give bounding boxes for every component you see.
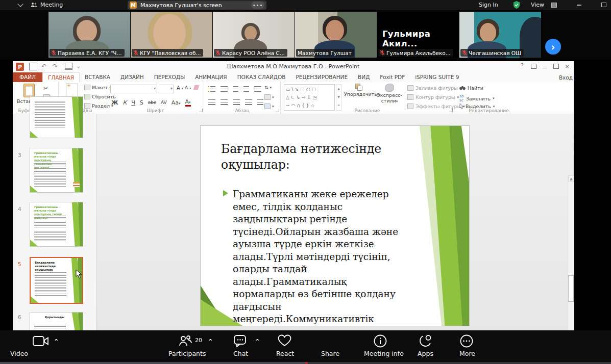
- scroll-up-icon[interactable]: ▲: [568, 175, 574, 182]
- video-thumbnail[interactable]: Челгашинская ОШ: [459, 12, 541, 58]
- chat-options-chevron[interactable]: ^: [255, 339, 259, 343]
- apps-icon[interactable]: [418, 334, 432, 348]
- close-window-icon[interactable]: ×: [563, 63, 572, 70]
- slide-thumbnail-3[interactable]: Грамматиканы мағына тілде оқытудың теори…: [30, 148, 83, 193]
- clear-formatting-button[interactable]: [194, 85, 199, 90]
- align-text-button[interactable]: [264, 94, 274, 100]
- shapes-gallery-scroll[interactable]: ▲▼≡: [336, 84, 341, 111]
- video-thumbnail[interactable]: Гульмира Акил... Гульмира Акильбеко...: [377, 12, 459, 58]
- participants-icon[interactable]: [179, 335, 192, 347]
- text-direction-button[interactable]: [264, 85, 272, 90]
- meeting-tab[interactable]: Meeting: [31, 2, 63, 8]
- slide-canvas[interactable]: Бағдарлама нәтижесінде оқушылар: Граммат…: [200, 125, 470, 326]
- slide-thumbnail-6[interactable]: Қорытынды: [30, 312, 83, 331]
- video-thumbnail[interactable]: КГУ "Павловская об...: [131, 12, 212, 58]
- bold-button[interactable]: Ж: [111, 99, 118, 106]
- share-button-label[interactable]: Share: [321, 350, 339, 357]
- slide-thumbnail-2[interactable]: [30, 96, 83, 138]
- meeting-info-button[interactable]: Meeting info: [364, 350, 404, 357]
- meeting-info-icon[interactable]: [374, 334, 387, 348]
- slide-number: 3: [18, 152, 21, 158]
- video-thumbnail-active-speaker[interactable]: Махмутова Гулшат: [295, 12, 377, 58]
- numbering-icon[interactable]: [221, 86, 228, 92]
- shape-outline-button[interactable]: Контур фигуры: [407, 94, 459, 100]
- more-button[interactable]: More: [459, 350, 475, 357]
- tab-foxit-pdf[interactable]: Foxit PDF: [375, 72, 410, 82]
- find-button[interactable]: Найти: [459, 85, 483, 91]
- chevron-down-icon[interactable]: [17, 1, 23, 7]
- restore-window-icon[interactable]: [551, 62, 560, 69]
- vertical-scrollbar[interactable]: ▲ ▼ ▲▲ ▼▼: [568, 175, 574, 331]
- participant-name-tag: Челгашинская ОШ: [460, 49, 524, 57]
- video-thumbnail[interactable]: Карасу РОО Алёна С...: [213, 12, 295, 58]
- line-spacing-icon[interactable]: [254, 86, 261, 92]
- video-thumbnail[interactable]: Пархаева Е.А. КГУ "Ч...: [48, 12, 130, 58]
- tab-home[interactable]: ГЛАВНАЯ: [42, 72, 80, 82]
- view-button[interactable]: View: [531, 2, 544, 8]
- screen-share-tab[interactable]: M Махмутова Гулшат's screen •••: [128, 1, 266, 10]
- ellipsis-icon[interactable]: •••: [251, 2, 264, 9]
- sign-in-button[interactable]: Sign In: [479, 2, 498, 8]
- react-heart-icon[interactable]: [278, 334, 291, 347]
- ribbon-options-icon[interactable]: [529, 62, 538, 69]
- quick-styles-button[interactable]: Экспресс-стили: [376, 84, 403, 105]
- tab-ispring[interactable]: iSPRING SUITE 9: [410, 72, 464, 82]
- decrease-indent-icon[interactable]: [233, 86, 238, 92]
- tab-design[interactable]: ДИЗАЙН: [115, 72, 149, 82]
- minimize-window-icon[interactable]: —: [540, 64, 549, 71]
- tab-animations[interactable]: АНИМАЦИЯ: [190, 72, 232, 82]
- drawing-dialog-launcher[interactable]: [449, 109, 453, 112]
- tab-file[interactable]: ФАЙЛ: [13, 72, 42, 82]
- change-case-button[interactable]: Aa: [172, 99, 181, 106]
- shape-fill-button[interactable]: Заливка фигуры: [407, 85, 461, 91]
- react-button[interactable]: React: [276, 350, 294, 357]
- text-shadow-button[interactable]: S: [140, 99, 143, 106]
- chat-icon[interactable]: [234, 335, 247, 347]
- italic-button[interactable]: К: [123, 99, 127, 106]
- more-icon[interactable]: [460, 334, 473, 348]
- columns-icon[interactable]: [257, 99, 263, 105]
- view-layout-icon[interactable]: [551, 3, 557, 8]
- scrollbar-thumb[interactable]: [568, 275, 574, 302]
- video-options-chevron[interactable]: ^: [54, 339, 58, 343]
- video-camera-icon[interactable]: [33, 335, 49, 347]
- shrink-font-button[interactable]: A: [185, 85, 191, 90]
- tab-review[interactable]: РЕЦЕНЗИРОВАНИЕ: [290, 72, 353, 82]
- font-size-combo[interactable]: [159, 85, 174, 93]
- character-spacing-button[interactable]: AV: [161, 100, 167, 105]
- cut-button[interactable]: [43, 85, 48, 92]
- strikethrough-button[interactable]: abc: [148, 100, 156, 105]
- font-name-combo[interactable]: [110, 85, 157, 93]
- tab-slideshow[interactable]: ПОКАЗ СЛАЙДОВ: [232, 72, 291, 82]
- minimize-icon[interactable]: [577, 5, 581, 6]
- replace-button[interactable]: abac Заменить: [459, 94, 495, 102]
- font-dialog-launcher[interactable]: [199, 109, 203, 112]
- slide-thumbnail-5-selected[interactable]: Бағдарлама нәтижесінде оқушылар:: [30, 257, 83, 304]
- help-icon[interactable]: ?: [518, 62, 527, 69]
- participants-count-badge: 20: [195, 337, 202, 344]
- account-sign-in-label[interactable]: Вход: [559, 74, 573, 81]
- participants-options-chevron[interactable]: ^: [208, 339, 212, 343]
- maximize-icon[interactable]: [601, 3, 606, 7]
- justify-icon[interactable]: [245, 99, 252, 105]
- tab-insert[interactable]: ВСТАВКА: [80, 72, 115, 82]
- font-color-button[interactable]: A: [185, 98, 191, 107]
- slide-thumbnail-4[interactable]: Грамматиканы мағына тілде оқытудың тиімд…: [30, 202, 83, 247]
- underline-button[interactable]: Ч: [131, 99, 135, 106]
- grow-font-button[interactable]: A: [177, 85, 183, 91]
- paragraph-dialog-launcher[interactable]: [276, 109, 279, 112]
- chat-button[interactable]: Chat: [233, 350, 248, 357]
- arrange-button[interactable]: Упорядочить: [344, 84, 374, 98]
- tab-view[interactable]: ВИД: [353, 72, 375, 82]
- align-right-icon[interactable]: [233, 99, 240, 105]
- video-button[interactable]: Video: [10, 350, 28, 357]
- next-participants-page-button[interactable]: ›: [545, 39, 561, 55]
- align-left-icon[interactable]: [208, 99, 215, 105]
- apps-button[interactable]: Apps: [418, 350, 433, 357]
- shapes-gallery[interactable]: [284, 84, 335, 111]
- increase-indent-icon[interactable]: [243, 86, 249, 92]
- align-center-icon[interactable]: [221, 99, 228, 105]
- participants-button[interactable]: Participants: [168, 350, 206, 357]
- bullets-icon[interactable]: [208, 86, 215, 92]
- tab-transitions[interactable]: ПЕРЕХОДЫ: [149, 72, 190, 82]
